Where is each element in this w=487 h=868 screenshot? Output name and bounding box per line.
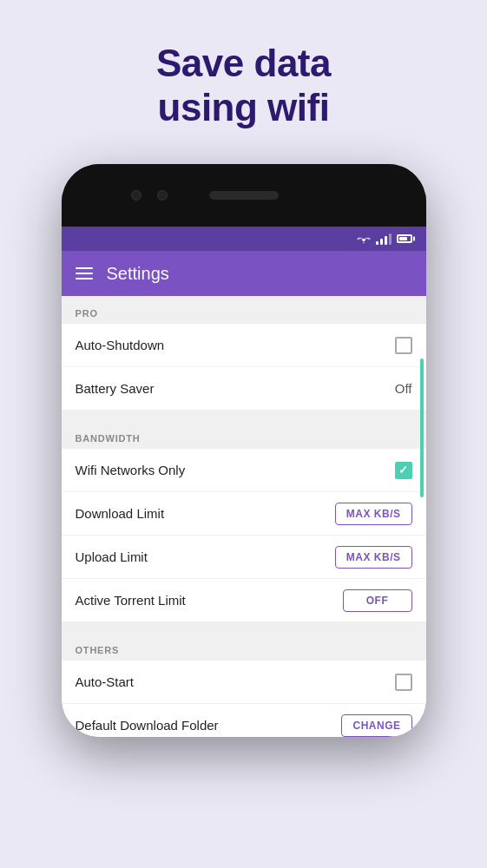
battery-saver-label: Battery Saver	[76, 381, 155, 396]
download-limit-item[interactable]: Download Limit MAX KB/S	[62, 492, 426, 536]
pro-section-header: PRO	[62, 296, 426, 324]
upload-limit-item[interactable]: Upload Limit MAX KB/S	[62, 536, 426, 579]
app-bar-title: Settings	[107, 264, 169, 284]
default-download-folder-item[interactable]: Default Download Folder CHANGE	[62, 704, 426, 737]
section-gap-2	[62, 622, 426, 633]
camera-right	[157, 190, 168, 201]
upload-limit-label: Upload Limit	[76, 549, 148, 564]
phone-top-bezel	[62, 164, 426, 227]
phone-frame: Settings PRO Auto-Shutdown Battery Sav	[62, 164, 426, 737]
default-download-folder-button[interactable]: CHANGE	[341, 714, 411, 737]
wifi-networks-only-label: Wifi Networks Only	[76, 463, 186, 477]
wifi-networks-only-checkbox[interactable]	[395, 462, 412, 479]
camera-left	[131, 190, 141, 201]
auto-shutdown-checkbox[interactable]	[395, 337, 412, 354]
active-torrent-limit-button[interactable]: OFF	[343, 589, 412, 612]
hamburger-menu-button[interactable]	[76, 267, 93, 279]
bandwidth-section-header: BANDWIDTH	[62, 421, 426, 449]
download-limit-button[interactable]: MAX KB/S	[335, 503, 412, 525]
battery-saver-item[interactable]: Battery Saver Off	[62, 367, 426, 411]
auto-start-item[interactable]: Auto-Start	[62, 661, 426, 704]
download-limit-label: Download Limit	[76, 506, 165, 521]
phone-screen: Settings PRO Auto-Shutdown Battery Sav	[62, 227, 426, 737]
status-bar	[62, 227, 426, 251]
pro-section: PRO Auto-Shutdown Battery Saver Off	[62, 296, 426, 411]
upload-limit-button[interactable]: MAX KB/S	[335, 546, 412, 569]
default-download-folder-label: Default Download Folder	[76, 718, 219, 733]
section-gap-1	[62, 411, 426, 421]
signal-icon	[376, 233, 392, 245]
others-section: OTHERS Auto-Start Default Download Folde…	[62, 633, 426, 737]
settings-screen: PRO Auto-Shutdown Battery Saver Off B	[62, 296, 426, 737]
auto-shutdown-label: Auto-Shutdown	[76, 338, 165, 352]
active-torrent-limit-label: Active Torrent Limit	[76, 593, 186, 608]
others-section-header: OTHERS	[62, 633, 426, 661]
wifi-networks-only-item[interactable]: Wifi Networks Only	[62, 449, 426, 492]
phone-mockup: Settings PRO Auto-Shutdown Battery Sav	[62, 164, 426, 737]
auto-start-checkbox[interactable]	[395, 674, 412, 691]
auto-start-label: Auto-Start	[76, 674, 135, 689]
active-torrent-limit-item[interactable]: Active Torrent Limit OFF	[62, 579, 426, 622]
auto-shutdown-item[interactable]: Auto-Shutdown	[62, 324, 426, 367]
battery-icon	[397, 234, 412, 243]
headline: Save data using wifi	[156, 42, 331, 129]
app-bar: Settings	[62, 251, 426, 296]
phone-speaker	[209, 191, 279, 200]
scroll-indicator[interactable]	[420, 358, 424, 497]
bandwidth-section: BANDWIDTH Wifi Networks Only Download Li…	[62, 421, 426, 622]
battery-saver-value: Off	[395, 381, 412, 396]
wifi-icon	[357, 233, 371, 244]
